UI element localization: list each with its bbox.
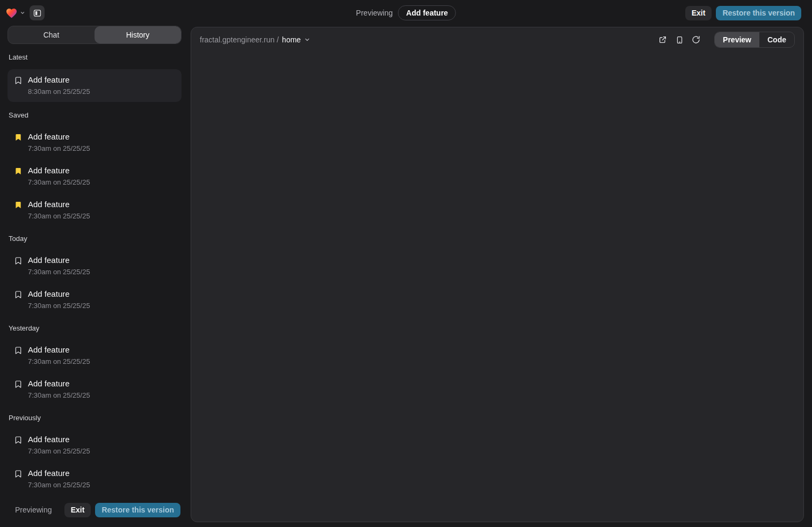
- history-item-icon: [14, 131, 23, 153]
- bookmark-outline-icon: [14, 470, 23, 478]
- history-item-icon: [14, 434, 23, 456]
- section-items: Add feature 7:30am on 25/25/25 Add featu…: [8, 430, 182, 494]
- history-item-time: 7:30am on 25/25/25: [28, 144, 90, 153]
- toggle-sidebar-button[interactable]: [30, 5, 45, 20]
- footer-exit-button[interactable]: Exit: [64, 503, 91, 517]
- history-item-icon: [14, 468, 23, 490]
- app-logo-menu[interactable]: [5, 7, 25, 19]
- history-item-title: Add feature: [28, 289, 90, 299]
- history-item-title: Add feature: [28, 199, 90, 210]
- history-section: Yesterday Add feature 7:30am on 25/25/25: [8, 324, 182, 405]
- history-item-icon: [14, 255, 23, 277]
- bookmark-filled-icon: [14, 201, 23, 209]
- history-item-title: Add feature: [28, 75, 90, 85]
- history-item[interactable]: Add feature 7:30am on 25/25/25: [8, 464, 182, 494]
- history-section: Saved Add feature 7:30am on 25/25/25 Add: [8, 111, 182, 225]
- topbar-right: Exit Restore this version: [685, 6, 801, 20]
- history-item-title: Add feature: [28, 378, 90, 389]
- history-item[interactable]: Add feature 8:30am on 25/25/25: [8, 69, 182, 102]
- history-item-title: Add feature: [28, 434, 90, 445]
- history-item-title: Add feature: [28, 165, 90, 176]
- preview-url-prefix: fractal.gptengineer.run /: [200, 35, 279, 44]
- preview-actions: Preview Code: [657, 32, 795, 48]
- preview-code-toggle: Preview Code: [714, 32, 795, 48]
- footer-actions: Exit Restore this version: [64, 503, 180, 517]
- section-title: Previously: [9, 414, 180, 422]
- history-item-icon: [14, 165, 23, 187]
- history-item-time: 7:30am on 25/25/25: [28, 480, 90, 490]
- section-items: Add feature 7:30am on 25/25/25 Add featu…: [8, 251, 182, 315]
- bookmark-outline-icon: [14, 257, 23, 265]
- bookmark-outline-icon: [14, 76, 23, 85]
- bookmark-outline-icon: [14, 436, 23, 444]
- bookmark-filled-icon: [14, 167, 23, 175]
- preview-panel: fractal.gptengineer.run / home: [191, 27, 804, 522]
- history-item-icon: [14, 199, 23, 221]
- history-item-icon: [14, 75, 23, 97]
- preview-header: fractal.gptengineer.run / home: [191, 27, 803, 52]
- section-title: Saved: [9, 111, 180, 119]
- history-item-time: 7:30am on 25/25/25: [28, 178, 90, 187]
- chevron-down-icon: [304, 36, 310, 43]
- bookmark-outline-icon: [14, 290, 23, 299]
- history-item-icon: [14, 378, 23, 400]
- topbar-left: [5, 5, 45, 20]
- previewing-label: Previewing: [356, 9, 393, 17]
- bookmark-outline-icon: [14, 346, 23, 355]
- history-item-title: Add feature: [28, 255, 90, 266]
- history-item-title: Add feature: [28, 468, 90, 479]
- exit-button[interactable]: Exit: [685, 6, 712, 20]
- history-item-title: Add feature: [28, 131, 90, 142]
- history-item[interactable]: Add feature 7:30am on 25/25/25: [8, 430, 182, 460]
- sidebar-footer: Previewing Exit Restore this version: [8, 499, 182, 521]
- history-item-time: 8:30am on 25/25/25: [28, 87, 90, 97]
- history-item-title: Add feature: [28, 345, 90, 355]
- preview-url-selector[interactable]: fractal.gptengineer.run / home: [200, 35, 310, 44]
- history-item-time: 7:30am on 25/25/25: [28, 391, 90, 400]
- footer-restore-button[interactable]: Restore this version: [95, 503, 180, 517]
- tab-history[interactable]: History: [95, 26, 181, 43]
- history-item-time: 7:30am on 25/25/25: [28, 211, 90, 221]
- section-items: Add feature 7:30am on 25/25/25 Add featu…: [8, 127, 182, 225]
- history-item-time: 7:30am on 25/25/25: [28, 301, 90, 311]
- history-item[interactable]: Add feature 7:30am on 25/25/25: [8, 161, 182, 192]
- footer-previewing-label: Previewing: [15, 506, 52, 514]
- restore-version-button[interactable]: Restore this version: [716, 6, 801, 20]
- history-section: Latest Add feature 8:30am on 25/25/25: [8, 53, 182, 102]
- history-item[interactable]: Add feature 7:30am on 25/25/25: [8, 340, 182, 371]
- panel-left-icon: [33, 9, 42, 18]
- history-item[interactable]: Add feature 7:30am on 25/25/25: [8, 284, 182, 315]
- refresh-button[interactable]: [690, 34, 702, 46]
- tab-preview[interactable]: Preview: [715, 32, 759, 47]
- history-list: Latest Add feature 8:30am on 25/25/25 Sa…: [8, 44, 182, 496]
- topbar: Previewing Add feature Exit Restore this…: [0, 0, 812, 26]
- history-item-time: 7:30am on 25/25/25: [28, 357, 90, 367]
- section-items: Add feature 7:30am on 25/25/25 Add featu…: [8, 340, 182, 405]
- chevron-down-icon: [20, 10, 25, 16]
- bookmark-filled-icon: [14, 133, 23, 142]
- topbar-center: Previewing Add feature: [356, 5, 456, 20]
- history-item[interactable]: Add feature 7:30am on 25/25/25: [8, 127, 182, 158]
- history-item-icon: [14, 289, 23, 311]
- tab-code[interactable]: Code: [759, 32, 794, 47]
- bookmark-outline-icon: [14, 380, 23, 389]
- refresh-icon: [692, 35, 700, 44]
- sidebar-tab-switcher: Chat History: [8, 26, 182, 44]
- history-item-time: 7:30am on 25/25/25: [28, 267, 90, 277]
- mobile-preview-button[interactable]: [673, 34, 685, 46]
- history-section: Today Add feature 7:30am on 25/25/25 Add: [8, 235, 182, 315]
- tab-chat[interactable]: Chat: [8, 26, 95, 43]
- open-external-button[interactable]: [657, 34, 669, 46]
- history-item[interactable]: Add feature 7:30am on 25/25/25: [8, 195, 182, 225]
- history-item-time: 7:30am on 25/25/25: [28, 447, 90, 456]
- lovable-heart-logo-icon: [5, 7, 18, 19]
- section-title: Today: [9, 235, 180, 243]
- history-item-icon: [14, 345, 23, 367]
- section-title: Latest: [9, 53, 180, 61]
- history-item[interactable]: Add feature 7:30am on 25/25/25: [8, 251, 182, 281]
- preview-url-page: home: [282, 35, 301, 44]
- history-item[interactable]: Add feature 7:30am on 25/25/25: [8, 374, 182, 405]
- open-external-icon: [658, 35, 667, 44]
- mobile-preview-icon: [676, 36, 684, 44]
- section-items: Add feature 8:30am on 25/25/25: [8, 69, 182, 102]
